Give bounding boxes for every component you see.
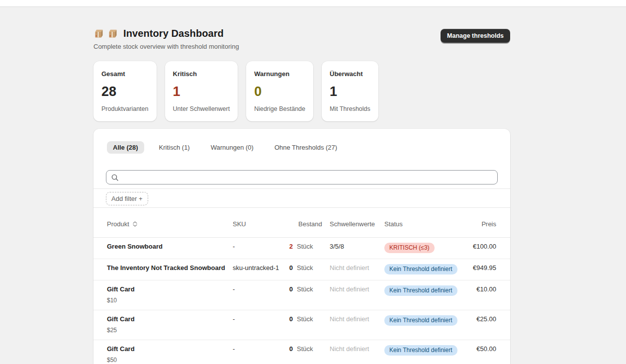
page-header: Inventory Dashboard Complete stock overv… (93, 28, 510, 50)
thresholds-cell: 3/5/8 (330, 243, 384, 251)
status-cell: Kein Threshold definiert (384, 285, 461, 296)
stat-card: Kritisch 1 Unter Schwellenwert (165, 61, 238, 121)
quantity-unit: Stück (297, 264, 313, 272)
stat-card: Überwacht 1 Mit Thresholds (322, 61, 378, 121)
product-cell: The Inventory Not Tracked Snowboard (107, 264, 233, 272)
tab-bar: Alle (28) Kritisch (1) Warnungen (0) Ohn… (93, 129, 510, 161)
stat-value: 1 (173, 84, 230, 99)
sku-cell: - (233, 345, 286, 353)
table-row[interactable]: Gift Card $50 - 0 Stück Nicht definiert … (93, 340, 510, 364)
package-icon (93, 28, 104, 39)
stat-value: 0 (254, 84, 305, 99)
tab-alle-28-[interactable]: Alle (28) (107, 141, 144, 154)
tab-kritisch-1-[interactable]: Kritisch (1) (153, 141, 196, 154)
bestand-cell: 0 Stück (286, 264, 330, 272)
quantity-value: 0 (286, 315, 293, 323)
sku-cell: - (233, 315, 286, 323)
price-cell: €50.00 (461, 345, 496, 353)
stat-sublabel: Niedrige Bestände (254, 105, 305, 112)
bestand-cell: 0 Stück (286, 315, 330, 323)
stat-sublabel: Mit Thresholds (330, 105, 370, 112)
stat-card: Warnungen 0 Niedrige Bestände (246, 61, 313, 121)
page-title: Inventory Dashboard (123, 28, 224, 39)
stat-card: Gesamt 28 Produktvarianten (93, 61, 157, 121)
status-cell: Kein Threshold definiert (384, 345, 461, 356)
sku-cell: - (233, 243, 286, 251)
product-name: The Inventory Not Tracked Snowboard (107, 264, 233, 272)
search-row (93, 161, 510, 188)
search-box (106, 170, 498, 184)
tab-warnungen-0-[interactable]: Warnungen (0) (205, 141, 260, 154)
quantity-unit: Stück (297, 243, 313, 251)
sku-cell: sku-untracked-1 (233, 264, 286, 272)
table-row[interactable]: The Inventory Not Tracked Snowboard sku-… (93, 259, 510, 280)
thresholds-cell: Nicht definiert (330, 315, 384, 323)
quantity-unit: Stück (297, 285, 313, 293)
quantity-unit: Stück (297, 315, 313, 323)
stat-sublabel: Produktvarianten (101, 105, 149, 112)
price-cell: €949.95 (461, 264, 496, 272)
stat-sublabel: Unter Schwellenwert (173, 105, 230, 112)
status-badge: Kein Threshold definiert (384, 264, 457, 274)
column-header-sku: SKU (233, 220, 286, 228)
product-name: Gift Card (107, 285, 233, 293)
thresholds-cell: Nicht definiert (330, 264, 384, 272)
stat-label: Warnungen (254, 70, 305, 78)
column-header-status: Status (384, 220, 461, 228)
table-row[interactable]: Gift Card $25 - 0 Stück Nicht definiert … (93, 310, 510, 340)
bestand-cell: 2 Stück (286, 243, 330, 251)
thresholds-cell: Nicht definiert (330, 345, 384, 353)
status-cell: Kein Threshold definiert (384, 315, 461, 326)
price-cell: €25.00 (461, 315, 496, 323)
product-variant: $50 (107, 356, 233, 364)
product-cell: Green Snowboard (107, 243, 233, 251)
quantity-value: 0 (286, 264, 293, 272)
add-filter-button[interactable]: Add filter + (106, 192, 148, 205)
stat-label: Kritisch (173, 70, 230, 78)
table-row[interactable]: Green Snowboard - 2 Stück 3/5/8 KRITISCH… (93, 238, 510, 259)
page-subtitle: Complete stock overview with threshold m… (93, 43, 239, 50)
product-name: Gift Card (107, 315, 233, 323)
product-name: Gift Card (107, 345, 233, 353)
product-cell: Gift Card $25 (107, 315, 233, 334)
status-cell: Kein Threshold definiert (384, 264, 461, 274)
tab-ohne-thresholds-27-[interactable]: Ohne Thresholds (27) (268, 141, 343, 154)
product-variant: $10 (107, 296, 233, 304)
bestand-cell: 0 Stück (286, 285, 330, 293)
package-icon (107, 28, 118, 39)
bestand-cell: 0 Stück (286, 345, 330, 353)
price-cell: €100.00 (461, 243, 496, 251)
product-variant: $25 (107, 326, 233, 334)
product-name: Green Snowboard (107, 243, 233, 251)
stat-cards: Gesamt 28 Produktvarianten Kritisch 1 Un… (93, 61, 510, 121)
inventory-card: Alle (28) Kritisch (1) Warnungen (0) Ohn… (93, 129, 510, 364)
manage-thresholds-button[interactable]: Manage thresholds (441, 29, 510, 43)
column-header-preis: Preis (461, 220, 496, 228)
search-input[interactable] (106, 171, 497, 184)
stat-label: Überwacht (330, 70, 370, 78)
product-cell: Gift Card $50 (107, 345, 233, 364)
sort-icon (133, 221, 137, 227)
table-body: Green Snowboard - 2 Stück 3/5/8 KRITISCH… (93, 238, 510, 364)
page-title-block: Inventory Dashboard Complete stock overv… (93, 28, 239, 50)
quantity-unit: Stück (297, 345, 313, 353)
price-cell: €10.00 (461, 285, 496, 293)
page-content: Inventory Dashboard Complete stock overv… (93, 28, 510, 364)
status-badge: Kein Threshold definiert (384, 315, 457, 326)
thresholds-cell: Nicht definiert (330, 285, 384, 293)
column-header-schwellenwerte: Schwellenwerte (330, 220, 384, 228)
quantity-value: 0 (286, 345, 293, 353)
status-badge: Kein Threshold definiert (384, 345, 457, 356)
column-label: Produkt (107, 220, 129, 228)
status-badge: KRITISCH (≤3) (384, 243, 435, 253)
product-cell: Gift Card $10 (107, 285, 233, 304)
column-header-bestand: Bestand (286, 220, 330, 228)
stat-value: 1 (330, 84, 370, 99)
status-badge: Kein Threshold definiert (384, 285, 457, 296)
search-icon (111, 174, 119, 182)
filter-row: Add filter + (93, 189, 510, 207)
table-row[interactable]: Gift Card $10 - 0 Stück Nicht definiert … (93, 280, 510, 310)
column-header-produkt[interactable]: Produkt (107, 220, 233, 228)
top-bar (0, 0, 626, 7)
stat-label: Gesamt (101, 70, 149, 78)
